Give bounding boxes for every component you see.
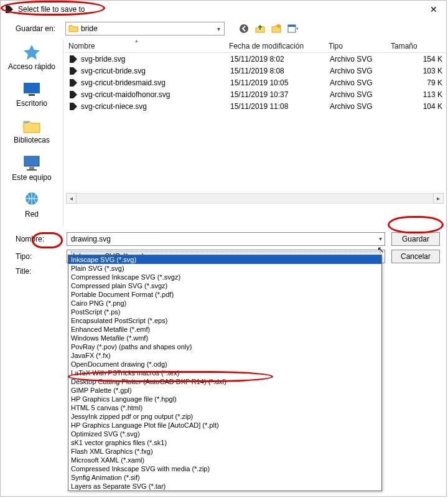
filetype-option[interactable]: Compressed Inkscape SVG with media (*.zi… (68, 464, 381, 473)
file-size: 79 K (392, 78, 446, 87)
col-date[interactable]: Fecha de modificación (224, 42, 324, 50)
file-type: Archivo SVG (330, 55, 392, 63)
filetype-option[interactable]: sK1 vector graphics files (*.sk1) (68, 438, 381, 447)
file-icon (68, 66, 78, 76)
scroll-left-icon[interactable]: ◂ (66, 193, 77, 204)
table-row[interactable]: svg-cricut-niece.svg15/11/2019 11:08Arch… (63, 100, 446, 112)
filetype-option[interactable]: Windows Metafile (*.wmf) (68, 334, 381, 342)
filetype-option[interactable]: Compressed plain SVG (*.svgz) (68, 281, 381, 290)
nombre-label: Nombre: (16, 235, 60, 243)
filetype-option[interactable]: Enhanced Metafile (*.emf) (68, 325, 381, 334)
filetype-option[interactable]: PovRay (*.pov) (paths and shapes only) (68, 342, 381, 351)
file-list-pane: Nombre ▴ Fecha de modificación Tipo Tama… (63, 39, 446, 227)
filetype-option[interactable]: HTML 5 canvas (*.html) (68, 403, 381, 412)
filetype-option[interactable]: Portable Document Format (*.pdf) (68, 290, 381, 299)
filetype-option[interactable]: Microsoft XAML (*.xaml) (68, 456, 381, 464)
svg-rect-8 (29, 167, 34, 169)
folder-icon (68, 24, 78, 34)
chevron-down-icon: ▾ (216, 26, 222, 32)
scroll-track[interactable] (77, 193, 433, 204)
filetype-option[interactable]: JavaFX (*.fx) (68, 351, 381, 360)
filename-value: drawing.svg (71, 235, 111, 243)
file-type: Archivo SVG (330, 90, 392, 99)
filetype-option[interactable]: GIMP Palette (*.gpl) (68, 386, 381, 395)
filetype-option[interactable]: Desktop Cutting Plotter (AutoCAD DXF R14… (68, 377, 381, 386)
table-row[interactable]: svg-cricut-bridesmaid.svg15/11/2019 10:0… (63, 77, 446, 88)
toolbar: Guardar en: bride ▾ (1, 18, 446, 39)
place-libraries[interactable]: Bibliotecas (1, 116, 63, 144)
file-icon (68, 101, 78, 111)
file-type: Archivo SVG (330, 78, 392, 87)
filetype-option[interactable]: Flash XML Graphics (*.fxg) (68, 447, 381, 456)
view-menu-icon[interactable] (287, 23, 298, 34)
filetype-option[interactable]: Layers as Separate SVG (*.tar) (68, 482, 381, 491)
svg-rect-9 (27, 169, 37, 171)
filetype-option[interactable]: Compressed Inkscape SVG (*.svgz) (68, 273, 381, 281)
file-size: 113 K (392, 90, 446, 99)
svg-rect-5 (29, 94, 35, 96)
file-name: svg-bride.svg (81, 55, 230, 63)
filetype-option[interactable]: Synfig Animation (*.sif) (68, 473, 381, 482)
file-date: 15/11/2019 8:08 (230, 67, 330, 75)
filetype-option[interactable]: Cairo PNG (*.png) (68, 299, 381, 308)
file-name: svg-cricut-maidofhonor.svg (81, 90, 230, 99)
place-desktop[interactable]: Escritorio (1, 80, 63, 108)
file-date: 15/11/2019 11:08 (230, 102, 330, 111)
save-button[interactable]: Guardar (391, 232, 440, 246)
filetype-option[interactable]: Encapsulated PostScript (*.eps) (68, 316, 381, 325)
file-name: svg-cricut-bridesmaid.svg (81, 78, 230, 87)
places-bar: Acceso rápido Escritorio Bibliotecas Est… (1, 39, 63, 227)
file-size: 154 K (392, 55, 446, 63)
col-type[interactable]: Tipo (324, 42, 386, 50)
scroll-right-icon[interactable]: ▸ (433, 193, 444, 204)
filetype-option[interactable]: LaTeX With PSTricks macros (*.tex) (68, 369, 381, 377)
place-quick-access[interactable]: Acceso rápido (1, 43, 63, 71)
table-row[interactable]: svg-bride.svg15/11/2019 8:02Archivo SVG1… (63, 53, 446, 65)
column-headers[interactable]: Nombre ▴ Fecha de modificación Tipo Tama… (63, 39, 446, 53)
file-name: svg-cricut-bride.svg (81, 67, 230, 75)
table-row[interactable]: svg-cricut-bride.svg15/11/2019 8:08Archi… (63, 65, 446, 77)
file-date: 15/11/2019 10:05 (230, 78, 330, 87)
tipo-label: Tipo: (16, 252, 60, 261)
svg-rect-6 (24, 121, 29, 123)
folder-combo[interactable]: bride ▾ (65, 22, 225, 35)
file-date: 15/11/2019 10:37 (230, 90, 330, 99)
folder-name: bride (81, 24, 216, 33)
file-date: 15/11/2019 8:02 (230, 55, 330, 63)
close-button[interactable]: ✕ (425, 4, 442, 14)
filetype-option[interactable]: HP Graphics Language file (*.hpgl) (68, 395, 381, 403)
save-dialog: Select file to save to ✕ Guardar en: bri… (0, 0, 447, 497)
up-icon[interactable] (254, 23, 266, 34)
cancel-button[interactable]: Cancelar (391, 250, 440, 263)
titlebar: Select file to save to ✕ (1, 1, 446, 18)
file-size: 104 K (392, 102, 446, 111)
filetype-option[interactable]: PostScript (*.ps) (68, 308, 381, 316)
place-this-pc[interactable]: Este equipo (1, 154, 63, 182)
svg-point-1 (277, 24, 281, 28)
back-icon[interactable] (238, 23, 250, 34)
file-icon (68, 78, 78, 88)
col-name[interactable]: Nombre (63, 42, 224, 50)
table-row[interactable]: svg-cricut-maidofhonor.svg15/11/2019 10:… (63, 88, 446, 100)
title-label: Title: (16, 267, 60, 276)
svg-rect-7 (24, 156, 39, 166)
filetype-dropdown-list[interactable]: Inkscape SVG (*.svg)Plain SVG (*.svg)Com… (68, 255, 382, 491)
horizontal-scrollbar[interactable]: ◂ ▸ (66, 193, 444, 204)
svg-rect-4 (24, 83, 40, 93)
filetype-option[interactable]: JessyInk zipped pdf or png output (*.zip… (68, 412, 381, 421)
filetype-option[interactable]: Inkscape SVG (*.svg) (68, 255, 381, 264)
file-icon (68, 54, 78, 64)
col-size[interactable]: Tamaño (386, 42, 446, 50)
file-size: 103 K (392, 67, 446, 75)
filetype-option[interactable]: HP Graphics Language Plot file [AutoCAD]… (68, 421, 381, 430)
filetype-option[interactable]: OpenDocument drawing (*.odg) (68, 360, 381, 369)
filetype-option[interactable]: Plain SVG (*.svg) (68, 264, 381, 273)
file-icon (68, 90, 78, 100)
svg-point-0 (240, 24, 248, 33)
place-network[interactable]: Red (1, 190, 63, 218)
filetype-option[interactable]: Optimized SVG (*.svg) (68, 430, 381, 438)
filename-input[interactable]: drawing.svg ▾ (67, 232, 385, 246)
app-icon (4, 4, 14, 14)
new-folder-icon[interactable] (271, 23, 282, 34)
file-type: Archivo SVG (330, 102, 392, 111)
